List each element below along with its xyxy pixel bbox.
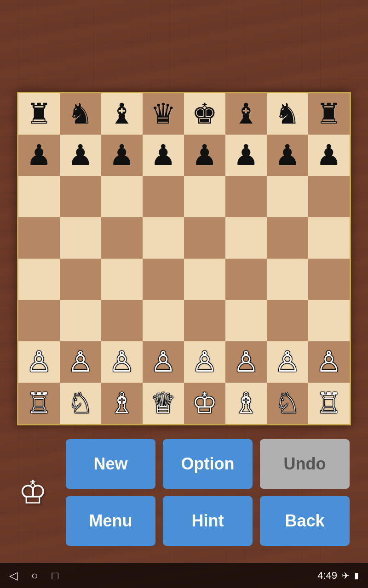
cell-4-3[interactable] (143, 259, 184, 300)
cell-1-1[interactable]: ♟ (60, 135, 101, 176)
chess-board-wrapper: ♜♞♝♛♚♝♞♜♟♟♟♟♟♟♟♟♙♙♙♙♙♙♙♙♖♘♗♕♔♗♘♖ (17, 92, 351, 425)
status-bar: ◁ ○ □ 4:49 ✈ ▮ (0, 563, 368, 588)
cell-1-0[interactable]: ♟ (18, 135, 60, 176)
cell-4-4[interactable] (184, 259, 225, 300)
cell-4-0[interactable] (18, 259, 60, 300)
cell-4-1[interactable] (60, 259, 101, 300)
cell-5-4[interactable] (184, 300, 225, 341)
cell-3-3[interactable] (143, 217, 184, 259)
cell-1-6[interactable]: ♟ (267, 135, 308, 176)
option-button[interactable]: Option (163, 439, 253, 489)
cell-3-7[interactable] (308, 217, 350, 259)
cell-6-4[interactable]: ♙ (184, 341, 225, 383)
cell-1-7[interactable]: ♟ (308, 135, 350, 176)
menu-button[interactable]: Menu (66, 496, 155, 546)
cell-2-2[interactable] (101, 176, 143, 217)
cell-7-5[interactable]: ♗ (225, 383, 267, 424)
cell-1-2[interactable]: ♟ (101, 135, 143, 176)
cell-2-6[interactable] (267, 176, 308, 217)
buttons-area: ♔ New Option Undo Menu Hint Back (18, 439, 350, 546)
cell-4-7[interactable] (308, 259, 350, 300)
cell-7-1[interactable]: ♘ (60, 383, 101, 424)
player-icon: ♔ (18, 474, 47, 511)
hint-button[interactable]: Hint (163, 496, 253, 546)
status-indicators: 4:49 ✈ ▮ (317, 570, 359, 582)
cell-2-5[interactable] (225, 176, 267, 217)
back-button[interactable]: Back (260, 496, 350, 546)
cell-5-6[interactable] (267, 300, 308, 341)
cell-7-7[interactable]: ♖ (308, 383, 350, 424)
recent-nav-icon[interactable]: □ (52, 569, 59, 582)
cell-4-5[interactable] (225, 259, 267, 300)
cell-3-2[interactable] (101, 217, 143, 259)
cell-5-1[interactable] (60, 300, 101, 341)
cell-5-3[interactable] (143, 300, 184, 341)
cell-1-3[interactable]: ♟ (143, 135, 184, 176)
cell-0-2[interactable]: ♝ (101, 93, 143, 135)
cell-5-0[interactable] (18, 300, 60, 341)
cell-6-1[interactable]: ♙ (60, 341, 101, 383)
cell-2-7[interactable] (308, 176, 350, 217)
cell-6-5[interactable]: ♙ (225, 341, 267, 383)
cell-0-0[interactable]: ♜ (18, 93, 60, 135)
cell-2-1[interactable] (60, 176, 101, 217)
back-nav-icon[interactable]: ◁ (9, 569, 17, 582)
cell-5-5[interactable] (225, 300, 267, 341)
main-container: ♜♞♝♛♚♝♞♜♟♟♟♟♟♟♟♟♙♙♙♙♙♙♙♙♖♘♗♕♔♗♘♖ ♔ New O… (0, 0, 368, 588)
cell-6-6[interactable]: ♙ (267, 341, 308, 383)
nav-buttons: ◁ ○ □ (9, 569, 58, 582)
cell-3-5[interactable] (225, 217, 267, 259)
cell-6-7[interactable]: ♙ (308, 341, 350, 383)
cell-3-6[interactable] (267, 217, 308, 259)
cell-2-3[interactable] (143, 176, 184, 217)
button-row-1: New Option Undo (18, 439, 350, 489)
cell-2-0[interactable] (18, 176, 60, 217)
cell-7-2[interactable]: ♗ (101, 383, 143, 424)
cell-5-2[interactable] (101, 300, 143, 341)
cell-0-3[interactable]: ♛ (143, 93, 184, 135)
cell-7-3[interactable]: ♕ (143, 383, 184, 424)
undo-button[interactable]: Undo (260, 439, 350, 489)
cell-5-7[interactable] (308, 300, 350, 341)
cell-6-2[interactable]: ♙ (101, 341, 143, 383)
home-nav-icon[interactable]: ○ (31, 569, 38, 582)
button-row-2: Menu Hint Back (18, 496, 350, 546)
cell-4-6[interactable] (267, 259, 308, 300)
cell-7-0[interactable]: ♖ (18, 383, 60, 424)
cell-0-5[interactable]: ♝ (225, 93, 267, 135)
cell-0-7[interactable]: ♜ (308, 93, 350, 135)
cell-3-0[interactable] (18, 217, 60, 259)
cell-0-1[interactable]: ♞ (60, 93, 101, 135)
chess-board[interactable]: ♜♞♝♛♚♝♞♜♟♟♟♟♟♟♟♟♙♙♙♙♙♙♙♙♖♘♗♕♔♗♘♖ (18, 93, 350, 424)
clock: 4:49 (317, 570, 337, 582)
cell-1-4[interactable]: ♟ (184, 135, 225, 176)
airplane-icon: ✈ (342, 570, 350, 581)
cell-4-2[interactable] (101, 259, 143, 300)
cell-6-3[interactable]: ♙ (143, 341, 184, 383)
cell-2-4[interactable] (184, 176, 225, 217)
cell-3-1[interactable] (60, 217, 101, 259)
cell-3-4[interactable] (184, 217, 225, 259)
new-button[interactable]: New (66, 439, 155, 489)
cell-0-6[interactable]: ♞ (267, 93, 308, 135)
cell-0-4[interactable]: ♚ (184, 93, 225, 135)
cell-7-4[interactable]: ♔ (184, 383, 225, 424)
cell-6-0[interactable]: ♙ (18, 341, 60, 383)
cell-1-5[interactable]: ♟ (225, 135, 267, 176)
battery-icon: ▮ (354, 571, 359, 581)
cell-7-6[interactable]: ♘ (267, 383, 308, 424)
